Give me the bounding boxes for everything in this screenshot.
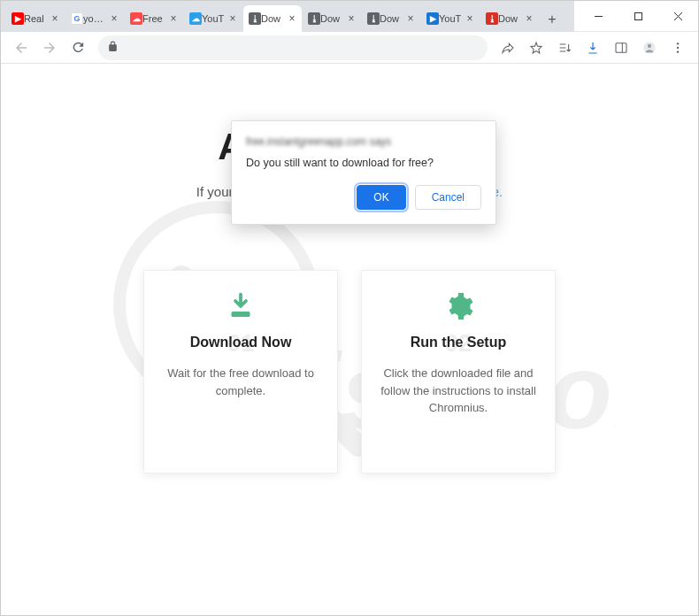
maximize-button[interactable] xyxy=(618,1,658,32)
close-icon[interactable]: × xyxy=(345,12,357,25)
tab-favicon: ☁ xyxy=(130,12,142,25)
minimize-button[interactable] xyxy=(579,1,618,32)
tab-5[interactable]: ⭳Dow× xyxy=(303,5,361,32)
bookmark-icon[interactable] xyxy=(523,35,549,61)
tab-4[interactable]: ⭳Dow× xyxy=(243,5,302,32)
tab-favicon: ▶ xyxy=(426,12,439,25)
new-tab-button[interactable]: + xyxy=(540,7,565,32)
svg-point-8 xyxy=(677,42,679,44)
close-icon[interactable]: × xyxy=(167,12,180,25)
tab-7[interactable]: ▶YouT× xyxy=(421,5,480,32)
close-icon[interactable]: × xyxy=(523,12,535,25)
address-bar[interactable] xyxy=(98,35,488,60)
tab-label: Real xyxy=(24,13,47,24)
svg-rect-1 xyxy=(635,12,642,19)
close-icon[interactable]: × xyxy=(108,12,120,25)
tab-label: Dow xyxy=(320,13,343,24)
svg-rect-17 xyxy=(232,312,250,317)
reload-button[interactable] xyxy=(65,35,91,61)
card-download-now: 01 Download Now Wait for the free downlo… xyxy=(143,270,338,474)
close-icon[interactable]: × xyxy=(227,12,239,25)
forward-button[interactable] xyxy=(36,35,63,61)
tab-1[interactable]: Gyoutu× xyxy=(65,5,124,32)
profile-icon[interactable] xyxy=(636,35,663,61)
tab-label: Free xyxy=(142,13,165,24)
tab-favicon: ⭳ xyxy=(249,12,261,25)
card-run-setup: 02 Run the Setup Click the downloaded fi… xyxy=(361,270,556,474)
dialog-message: Do you still want to download for free? xyxy=(246,157,481,169)
tab-0[interactable]: ▶Real× xyxy=(6,5,65,32)
close-icon[interactable]: × xyxy=(464,12,476,25)
gear-icon xyxy=(378,289,539,324)
tab-2[interactable]: ☁Free× xyxy=(125,5,183,32)
tab-favicon: G xyxy=(71,12,83,25)
tab-6[interactable]: ⭳Dow× xyxy=(362,5,420,32)
lock-icon xyxy=(107,41,119,55)
share-icon[interactable] xyxy=(495,35,521,61)
card-title: Run the Setup xyxy=(378,335,539,350)
download-icon xyxy=(160,289,321,324)
close-icon[interactable]: × xyxy=(286,12,298,25)
tab-label: youtu xyxy=(83,13,106,24)
card-text: Wait for the free download to complete. xyxy=(160,365,321,399)
ok-button[interactable]: OK xyxy=(357,185,405,210)
js-alert-dialog: free.instantgreenapp.com says Do you sti… xyxy=(231,120,496,225)
close-icon[interactable]: × xyxy=(404,12,417,25)
reading-list-icon[interactable] xyxy=(551,35,578,61)
tab-label: YouT xyxy=(202,13,225,24)
svg-point-9 xyxy=(677,46,679,48)
tab-favicon: ⭳ xyxy=(367,12,380,25)
tab-8[interactable]: ⭳Dow× xyxy=(480,5,539,32)
svg-point-10 xyxy=(677,50,679,52)
tab-label: Dow xyxy=(380,13,403,24)
tab-3[interactable]: ☁YouT× xyxy=(184,5,242,32)
downloads-icon[interactable] xyxy=(580,35,606,61)
close-icon[interactable]: × xyxy=(49,12,61,25)
tab-strip: ▶Real×Gyoutu×☁Free×☁YouT×⭳Dow×⭳Dow×⭳Dow×… xyxy=(1,1,574,32)
page-content: risk.com Almost There… If your download … xyxy=(1,64,698,615)
dialog-origin: free.instantgreenapp.com says xyxy=(246,135,481,148)
close-window-button[interactable] xyxy=(658,1,698,32)
svg-point-7 xyxy=(648,43,651,47)
menu-icon[interactable] xyxy=(664,35,691,61)
tab-favicon: ⭳ xyxy=(308,12,320,25)
cancel-button[interactable]: Cancel xyxy=(415,185,481,210)
back-button[interactable] xyxy=(8,35,35,61)
card-title: Download Now xyxy=(160,335,321,350)
tab-favicon: ☁ xyxy=(189,12,202,25)
card-text: Click the downloaded file and follow the… xyxy=(378,365,539,417)
browser-window: ▶Real×Gyoutu×☁Free×☁YouT×⭳Dow×⭳Dow×⭳Dow×… xyxy=(0,0,699,616)
steps-row: 01 Download Now Wait for the free downlo… xyxy=(1,270,698,474)
tab-favicon: ⭳ xyxy=(486,12,498,25)
tab-label: YouT xyxy=(439,13,462,24)
svg-rect-4 xyxy=(616,42,626,52)
toolbar xyxy=(1,32,698,64)
tab-favicon: ▶ xyxy=(12,12,24,25)
tab-label: Dow xyxy=(498,13,521,24)
tab-label: Dow xyxy=(261,13,284,24)
side-panel-icon[interactable] xyxy=(608,35,634,61)
